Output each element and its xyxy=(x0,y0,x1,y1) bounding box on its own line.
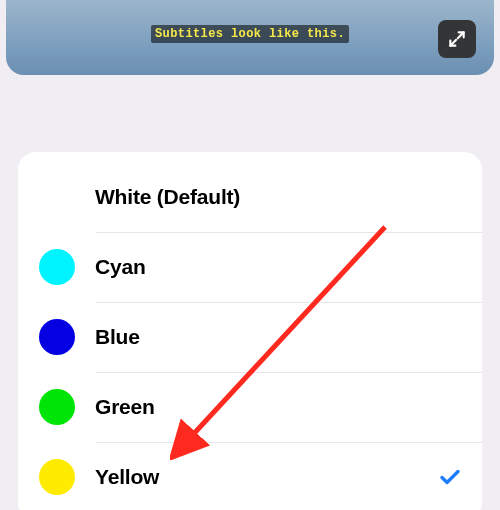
selected-check-slot xyxy=(438,465,462,489)
color-option-label: Cyan xyxy=(95,255,438,279)
color-option-label: Green xyxy=(95,395,438,419)
color-option-label: Yellow xyxy=(95,465,438,489)
color-option-label: White (Default) xyxy=(95,185,438,209)
subtitle-sample-text: Subtitles look like this. xyxy=(151,25,349,43)
swatch-green xyxy=(39,389,75,425)
swatch-blue xyxy=(39,319,75,355)
color-option-label: Blue xyxy=(95,325,438,349)
swatch-cyan xyxy=(39,249,75,285)
swatch-yellow xyxy=(39,459,75,495)
subtitle-preview-panel: Subtitles look like this. xyxy=(6,0,494,75)
expand-button[interactable] xyxy=(438,20,476,58)
swatch-placeholder xyxy=(39,179,75,215)
color-options-card: White (Default) Cyan Blue Green Yellow M… xyxy=(18,152,482,510)
color-option-blue[interactable]: Blue xyxy=(18,302,482,372)
expand-icon xyxy=(447,29,467,49)
color-option-white-default[interactable]: White (Default) xyxy=(18,162,482,232)
color-option-cyan[interactable]: Cyan xyxy=(18,232,482,302)
color-option-green[interactable]: Green xyxy=(18,372,482,442)
color-option-yellow[interactable]: Yellow xyxy=(18,442,482,510)
checkmark-icon xyxy=(438,465,462,489)
